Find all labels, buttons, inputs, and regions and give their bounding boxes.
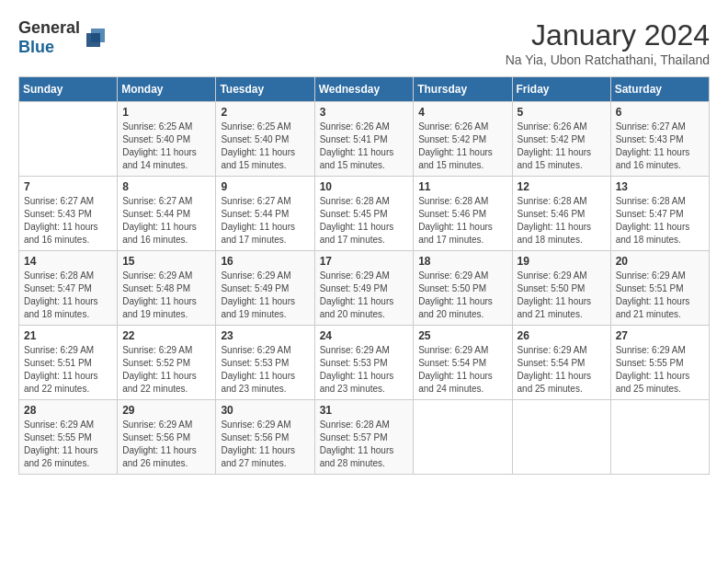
day-header-saturday: Saturday	[610, 77, 709, 102]
calendar-cell: 4Sunrise: 6:26 AMSunset: 5:42 PMDaylight…	[414, 102, 512, 177]
day-info: Sunrise: 6:26 AMSunset: 5:42 PMDaylight:…	[518, 121, 606, 172]
calendar-cell: 24Sunrise: 6:29 AMSunset: 5:53 PMDayligh…	[314, 326, 414, 400]
calendar-cell: 9Sunrise: 6:27 AMSunset: 5:44 PMDaylight…	[216, 177, 314, 251]
day-number: 29	[122, 404, 210, 417]
day-info: Sunrise: 6:29 AMSunset: 5:51 PMDaylight:…	[24, 344, 112, 396]
calendar-cell: 18Sunrise: 6:29 AMSunset: 5:50 PMDayligh…	[414, 251, 512, 326]
day-number: 13	[616, 180, 704, 193]
calendar-week-2: 7Sunrise: 6:27 AMSunset: 5:43 PMDaylight…	[19, 177, 710, 251]
day-info: Sunrise: 6:29 AMSunset: 5:56 PMDaylight:…	[122, 419, 210, 470]
day-info: Sunrise: 6:26 AMSunset: 5:41 PMDaylight:…	[320, 121, 409, 172]
day-number: 15	[122, 255, 210, 268]
day-number: 19	[518, 255, 606, 268]
day-number: 3	[320, 106, 409, 119]
logo: General Blue	[18, 18, 109, 57]
day-number: 26	[518, 329, 606, 342]
day-number: 11	[418, 180, 506, 193]
calendar-cell: 23Sunrise: 6:29 AMSunset: 5:53 PMDayligh…	[216, 326, 314, 400]
day-info: Sunrise: 6:25 AMSunset: 5:40 PMDaylight:…	[122, 121, 210, 172]
location-subtitle: Na Yia, Ubon Ratchathani, Thailand	[506, 52, 710, 67]
day-number: 30	[221, 404, 309, 417]
calendar-body: 1Sunrise: 6:25 AMSunset: 5:40 PMDaylight…	[19, 102, 710, 475]
calendar-cell	[512, 400, 610, 475]
day-number: 18	[418, 255, 506, 268]
day-header-wednesday: Wednesday	[314, 77, 414, 102]
day-number: 27	[616, 329, 704, 342]
day-info: Sunrise: 6:29 AMSunset: 5:48 PMDaylight:…	[122, 270, 210, 321]
day-info: Sunrise: 6:29 AMSunset: 5:50 PMDaylight:…	[418, 270, 506, 321]
logo-general: General	[18, 18, 80, 37]
calendar-cell: 3Sunrise: 6:26 AMSunset: 5:41 PMDaylight…	[314, 102, 414, 177]
calendar-cell: 7Sunrise: 6:27 AMSunset: 5:43 PMDaylight…	[19, 177, 118, 251]
calendar-cell: 2Sunrise: 6:25 AMSunset: 5:40 PMDaylight…	[216, 102, 314, 177]
day-number: 25	[418, 329, 506, 342]
day-info: Sunrise: 6:29 AMSunset: 5:56 PMDaylight:…	[221, 419, 309, 470]
day-number: 4	[418, 106, 506, 119]
calendar-cell: 15Sunrise: 6:29 AMSunset: 5:48 PMDayligh…	[118, 251, 216, 326]
calendar-header: SundayMondayTuesdayWednesdayThursdayFrid…	[19, 77, 710, 102]
day-info: Sunrise: 6:29 AMSunset: 5:55 PMDaylight:…	[24, 419, 112, 470]
day-number: 10	[320, 180, 409, 193]
calendar-cell: 6Sunrise: 6:27 AMSunset: 5:43 PMDaylight…	[610, 102, 709, 177]
day-number: 1	[122, 106, 210, 119]
day-number: 8	[122, 180, 210, 193]
day-header-monday: Monday	[118, 77, 216, 102]
day-number: 9	[221, 180, 309, 193]
calendar-table: SundayMondayTuesdayWednesdayThursdayFrid…	[18, 76, 710, 475]
day-number: 20	[616, 255, 704, 268]
day-number: 31	[320, 404, 409, 417]
day-info: Sunrise: 6:28 AMSunset: 5:46 PMDaylight:…	[518, 195, 606, 247]
calendar-week-3: 14Sunrise: 6:28 AMSunset: 5:47 PMDayligh…	[19, 251, 710, 326]
day-number: 28	[24, 404, 112, 417]
day-info: Sunrise: 6:29 AMSunset: 5:53 PMDaylight:…	[221, 344, 309, 396]
calendar-cell: 12Sunrise: 6:28 AMSunset: 5:46 PMDayligh…	[512, 177, 610, 251]
day-info: Sunrise: 6:29 AMSunset: 5:49 PMDaylight:…	[320, 270, 409, 321]
calendar-cell: 28Sunrise: 6:29 AMSunset: 5:55 PMDayligh…	[19, 400, 118, 475]
day-info: Sunrise: 6:25 AMSunset: 5:40 PMDaylight:…	[221, 121, 309, 172]
day-info: Sunrise: 6:29 AMSunset: 5:55 PMDaylight:…	[616, 344, 704, 396]
calendar-cell: 8Sunrise: 6:27 AMSunset: 5:44 PMDaylight…	[118, 177, 216, 251]
day-number: 12	[518, 180, 606, 193]
calendar-cell: 13Sunrise: 6:28 AMSunset: 5:47 PMDayligh…	[610, 177, 709, 251]
calendar-cell: 29Sunrise: 6:29 AMSunset: 5:56 PMDayligh…	[118, 400, 216, 475]
day-number: 16	[221, 255, 309, 268]
day-info: Sunrise: 6:29 AMSunset: 5:52 PMDaylight:…	[122, 344, 210, 396]
day-number: 2	[221, 106, 309, 119]
calendar-cell: 17Sunrise: 6:29 AMSunset: 5:49 PMDayligh…	[314, 251, 414, 326]
day-number: 24	[320, 329, 409, 342]
day-info: Sunrise: 6:28 AMSunset: 5:45 PMDaylight:…	[320, 195, 409, 247]
day-info: Sunrise: 6:27 AMSunset: 5:44 PMDaylight:…	[122, 195, 210, 247]
day-info: Sunrise: 6:27 AMSunset: 5:44 PMDaylight:…	[221, 195, 309, 247]
day-info: Sunrise: 6:29 AMSunset: 5:54 PMDaylight:…	[518, 344, 606, 396]
day-info: Sunrise: 6:29 AMSunset: 5:50 PMDaylight:…	[518, 270, 606, 321]
logo-blue: Blue	[18, 38, 54, 56]
day-info: Sunrise: 6:28 AMSunset: 5:57 PMDaylight:…	[320, 419, 409, 470]
title-block: January 2024 Na Yia, Ubon Ratchathani, T…	[506, 18, 710, 67]
calendar-week-1: 1Sunrise: 6:25 AMSunset: 5:40 PMDaylight…	[19, 102, 710, 177]
calendar-cell: 25Sunrise: 6:29 AMSunset: 5:54 PMDayligh…	[414, 326, 512, 400]
day-number: 21	[24, 329, 112, 342]
calendar-cell: 19Sunrise: 6:29 AMSunset: 5:50 PMDayligh…	[512, 251, 610, 326]
logo-text: General Blue	[18, 18, 80, 57]
day-number: 6	[616, 106, 704, 119]
day-info: Sunrise: 6:28 AMSunset: 5:47 PMDaylight:…	[616, 195, 704, 247]
calendar-cell: 14Sunrise: 6:28 AMSunset: 5:47 PMDayligh…	[19, 251, 118, 326]
day-info: Sunrise: 6:28 AMSunset: 5:47 PMDaylight:…	[24, 270, 112, 321]
day-info: Sunrise: 6:29 AMSunset: 5:49 PMDaylight:…	[221, 270, 309, 321]
day-info: Sunrise: 6:29 AMSunset: 5:51 PMDaylight:…	[616, 270, 704, 321]
calendar-cell: 30Sunrise: 6:29 AMSunset: 5:56 PMDayligh…	[216, 400, 314, 475]
calendar-cell: 31Sunrise: 6:28 AMSunset: 5:57 PMDayligh…	[314, 400, 414, 475]
calendar-cell: 27Sunrise: 6:29 AMSunset: 5:55 PMDayligh…	[610, 326, 709, 400]
calendar-week-5: 28Sunrise: 6:29 AMSunset: 5:55 PMDayligh…	[19, 400, 710, 475]
day-header-tuesday: Tuesday	[216, 77, 314, 102]
day-number: 17	[320, 255, 409, 268]
day-number: 23	[221, 329, 309, 342]
day-number: 14	[24, 255, 112, 268]
calendar-cell	[414, 400, 512, 475]
calendar-cell: 20Sunrise: 6:29 AMSunset: 5:51 PMDayligh…	[610, 251, 709, 326]
calendar-cell	[19, 102, 118, 177]
month-year-title: January 2024	[506, 18, 710, 52]
calendar-cell: 5Sunrise: 6:26 AMSunset: 5:42 PMDaylight…	[512, 102, 610, 177]
day-header-sunday: Sunday	[19, 77, 118, 102]
page-header: General Blue January 2024 Na Yia, Ubon R…	[18, 18, 710, 67]
